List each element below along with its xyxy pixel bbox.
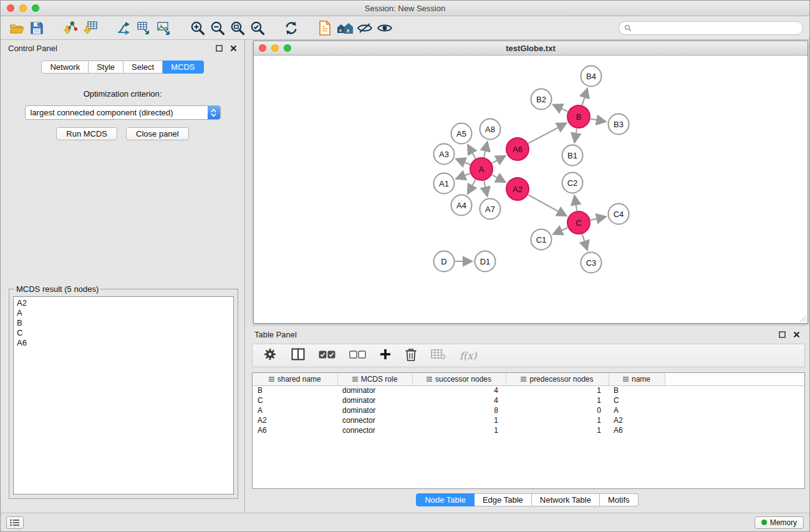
node-table-container[interactable]: shared name MCDS role successor nodes pr…	[252, 372, 805, 489]
graph-edge-A-A6[interactable]	[492, 156, 506, 163]
graph-node-A8[interactable]: A8	[480, 119, 501, 140]
zoom-selected-button[interactable]	[248, 19, 268, 37]
hide-graphics-details-button[interactable]	[355, 19, 375, 37]
import-table-button[interactable]	[80, 19, 100, 37]
graph-node-A[interactable]: A	[470, 158, 493, 180]
table-settings-button[interactable]	[263, 347, 277, 364]
table-row[interactable]: Cdominator41C	[253, 395, 804, 405]
graph-node-C4[interactable]: C4	[609, 204, 629, 225]
table-cell[interactable]: dominator	[337, 385, 412, 395]
table-cell[interactable]: A2	[609, 415, 665, 425]
network-graph[interactable]: B4B2BB3A8A5A6A3B1AC2A1A2A4A7C4CC1C3DD1	[254, 56, 808, 323]
graph-node-B[interactable]: B	[567, 105, 590, 128]
table-cell[interactable]: C	[609, 395, 665, 405]
mcds-result-item[interactable]: A	[17, 308, 230, 318]
graph-edge-C-C4[interactable]	[591, 216, 606, 220]
export-document-button[interactable]	[315, 19, 335, 37]
network-zoom-button[interactable]	[284, 44, 291, 52]
table-cell[interactable]: 1	[506, 385, 609, 395]
table-cell[interactable]: B	[609, 385, 665, 395]
graph-node-A1[interactable]: A1	[434, 173, 455, 194]
graph-edge-A-A2[interactable]	[492, 175, 506, 182]
graph-node-B4[interactable]: B4	[581, 66, 602, 87]
table-cell[interactable]: A6	[609, 425, 665, 435]
table-cell[interactable]: A6	[253, 425, 337, 435]
graph-node-A7[interactable]: A7	[480, 199, 501, 220]
graph-node-A5[interactable]: A5	[451, 123, 472, 144]
import-table-disabled-button[interactable]	[431, 349, 446, 362]
table-cell[interactable]: 1	[506, 415, 609, 425]
tab-select[interactable]: Select	[123, 60, 163, 74]
mcds-result-item[interactable]: A2	[17, 298, 230, 308]
mcds-result-item[interactable]: B	[17, 318, 230, 328]
resize-grip[interactable]	[798, 314, 807, 322]
delete-column-button[interactable]	[405, 347, 417, 364]
show-graphics-details-button[interactable]	[375, 19, 395, 37]
tab-mcds[interactable]: MCDS	[163, 60, 203, 74]
zoom-window-button[interactable]	[32, 4, 39, 12]
new-network-from-table-button[interactable]	[134, 19, 154, 37]
graph-edge-A-A7[interactable]	[484, 181, 487, 196]
search-input[interactable]	[635, 24, 798, 32]
graph-edge-A-A8[interactable]	[484, 142, 487, 157]
close-table-panel-icon[interactable]	[793, 331, 800, 338]
table-cell[interactable]: 8	[412, 405, 506, 415]
table-cell[interactable]: 4	[412, 395, 506, 405]
graph-node-A2[interactable]: A2	[506, 178, 529, 200]
table-row[interactable]: A6connector11A6	[253, 425, 804, 435]
tab-edge-table[interactable]: Edge Table	[475, 493, 532, 506]
graph-node-C2[interactable]: C2	[562, 173, 583, 193]
graph-edge-B-B3[interactable]	[591, 119, 606, 122]
table-row[interactable]: A2connector11A2	[253, 415, 804, 425]
graph-edge-C-C3[interactable]	[582, 235, 587, 251]
float-table-panel-icon[interactable]	[779, 331, 786, 338]
mcds-result-list[interactable]: A2ABCA6	[13, 296, 234, 495]
close-window-button[interactable]	[7, 4, 14, 12]
table-cell[interactable]: 1	[412, 415, 506, 425]
close-panel-button[interactable]: Close panel	[126, 127, 189, 140]
mcds-result-item[interactable]: C	[17, 328, 230, 338]
function-builder-button[interactable]: f(x)	[460, 350, 476, 362]
tab-motifs[interactable]: Motifs	[600, 493, 639, 506]
table-cell[interactable]: C	[253, 395, 337, 405]
zoom-out-button[interactable]	[208, 19, 228, 37]
save-session-button[interactable]	[27, 19, 47, 37]
table-cell[interactable]: dominator	[337, 405, 412, 415]
table-cell[interactable]: 4	[412, 385, 506, 395]
show-columns-button[interactable]	[291, 348, 305, 363]
graph-edge-B-B2[interactable]	[553, 105, 568, 112]
table-cell[interactable]: 1	[506, 425, 609, 435]
add-column-button[interactable]	[380, 349, 391, 362]
table-cell[interactable]: A	[609, 405, 665, 415]
clone-network-button[interactable]	[114, 19, 134, 37]
graph-edge-A-A1[interactable]	[456, 173, 470, 179]
import-network-button[interactable]	[60, 19, 80, 37]
graph-edge-A-A4[interactable]	[468, 180, 476, 194]
column-header-predecessor-nodes[interactable]: predecessor nodes	[506, 373, 609, 385]
graph-edge-A-A3[interactable]	[456, 159, 470, 165]
zoom-fit-button[interactable]	[228, 19, 248, 37]
birdseye-view-button[interactable]	[335, 19, 355, 37]
table-cell[interactable]: 0	[506, 405, 609, 415]
column-header-name[interactable]: name	[609, 373, 665, 385]
network-close-button[interactable]	[259, 44, 266, 52]
table-cell[interactable]: connector	[337, 415, 412, 425]
select-all-columns-button[interactable]	[319, 350, 335, 362]
deselect-all-columns-button[interactable]	[349, 350, 366, 362]
graph-node-C3[interactable]: C3	[581, 253, 602, 273]
table-row[interactable]: Adominator80A	[253, 405, 804, 415]
table-row[interactable]: Bdominator41B	[253, 385, 804, 395]
dropdown-stepper[interactable]	[208, 106, 220, 119]
graph-node-B2[interactable]: B2	[531, 89, 552, 110]
tab-node-table[interactable]: Node Table	[416, 493, 475, 506]
search-field[interactable]	[619, 21, 803, 35]
graph-node-B3[interactable]: B3	[609, 114, 629, 135]
graph-edge-A2-C[interactable]	[528, 195, 567, 216]
graph-edge-A-A5[interactable]	[468, 145, 476, 158]
network-window-titlebar[interactable]: testGlobe.txt	[254, 41, 808, 56]
export-image-button[interactable]	[154, 19, 174, 37]
mcds-result-item[interactable]: A6	[17, 338, 230, 348]
graph-node-A6[interactable]: A6	[506, 138, 529, 160]
graph-node-C1[interactable]: C1	[531, 230, 552, 250]
graph-edge-B-B4[interactable]	[582, 89, 587, 105]
